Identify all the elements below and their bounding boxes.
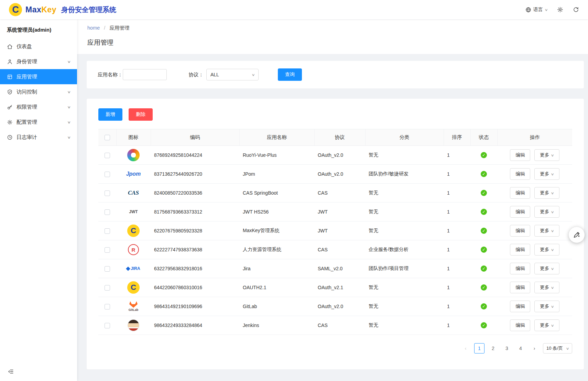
table-row: GitLab 986431492190109696 GitLab OAuth_v… [98, 297, 572, 316]
applications-table: 图标 编码 应用名称 协议 分类 排序 状态 操作 87689249258 [98, 129, 572, 335]
topbar-actions: 语言 ∨ [525, 7, 579, 13]
more-label: 更多 [540, 209, 549, 214]
collapse-sidebar-button[interactable] [0, 362, 77, 381]
status-enabled-icon: ✓ [481, 303, 487, 309]
edit-button[interactable]: 编辑 [510, 187, 530, 199]
search-button[interactable]: 查询 [278, 68, 302, 81]
sidebar-item-identity[interactable]: 身份管理 ∨ [0, 54, 77, 69]
app-code: 632279563832918016 [151, 259, 239, 278]
protocol-select[interactable]: ALL ∨ [206, 69, 259, 80]
column-header-code: 编码 [151, 129, 239, 146]
jenkins-logo [128, 319, 139, 331]
row-checkbox[interactable] [105, 247, 110, 253]
more-label: 更多 [540, 266, 549, 271]
app-name: JPom [239, 165, 314, 184]
app-sort: 1 [444, 165, 470, 184]
more-button[interactable]: 更多∨ [534, 149, 559, 161]
more-button[interactable]: 更多∨ [534, 225, 559, 237]
sidebar-menu: 仪表盘 身份管理 ∨ 应用管理 访问控制 ∨ 权限管理 ∨ [0, 39, 77, 145]
edit-button[interactable]: 编辑 [510, 206, 530, 218]
page-button-1[interactable]: 1 [474, 343, 484, 353]
select-all-checkbox[interactable] [105, 135, 110, 140]
filter-panel: 应用名称： 协议： ALL ∨ 查询 [87, 61, 584, 88]
globe-icon [525, 7, 531, 13]
more-button[interactable]: 更多∨ [534, 206, 559, 218]
sidebar-item-configuration[interactable]: 配置管理 ∨ [0, 115, 77, 130]
row-checkbox[interactable] [105, 323, 110, 328]
row-checkbox[interactable] [105, 266, 110, 272]
more-label: 更多 [540, 171, 549, 176]
app-category: 企业服务/数据分析 [365, 240, 444, 259]
sidebar-item-label: 应用管理 [17, 74, 37, 80]
edit-button[interactable]: 编辑 [510, 168, 530, 180]
sidebar-item-label: 身份管理 [17, 58, 37, 65]
sidebar-item-applications[interactable]: 应用管理 [0, 69, 77, 84]
chevron-down-icon: ∨ [551, 172, 554, 176]
settings-button[interactable] [557, 7, 563, 13]
edit-button[interactable]: 编辑 [510, 263, 530, 274]
more-button[interactable]: 更多∨ [534, 282, 559, 293]
floating-tool-button[interactable] [569, 227, 585, 243]
app-category: 暂无 [365, 297, 444, 316]
app-code: 986432249333284864 [151, 316, 239, 335]
more-button[interactable]: 更多∨ [534, 244, 559, 255]
breadcrumb-home-link[interactable]: home [87, 25, 100, 31]
app-name-input[interactable] [123, 69, 167, 80]
app-name: CAS SpringBoot [239, 184, 314, 203]
row-checkbox[interactable] [105, 228, 110, 234]
more-button[interactable]: 更多∨ [534, 319, 559, 331]
next-page-button[interactable]: › [529, 343, 540, 353]
logout-button[interactable] [573, 7, 579, 13]
edit-button[interactable]: 编辑 [510, 225, 530, 237]
edit-button[interactable]: 编辑 [510, 319, 530, 331]
chevron-down-icon: ∨ [67, 60, 71, 64]
table-row: Jpom 837136275440926720 JPom OAuth_v2.0 … [98, 165, 572, 184]
row-checkbox[interactable] [105, 172, 110, 177]
edit-button[interactable]: 编辑 [510, 244, 530, 255]
delete-button[interactable]: 删除 [129, 108, 153, 121]
more-button[interactable]: 更多∨ [534, 168, 559, 180]
more-button[interactable]: 更多∨ [534, 187, 559, 199]
more-button[interactable]: 更多∨ [534, 301, 559, 312]
row-checkbox[interactable] [105, 304, 110, 309]
app-sort: 1 [444, 316, 470, 335]
row-checkbox[interactable] [105, 285, 110, 291]
language-switcher[interactable]: 语言 ∨ [525, 7, 547, 13]
app-protocol: CAS [314, 316, 365, 335]
page-button-4[interactable]: 4 [515, 343, 526, 353]
edit-button[interactable]: 编辑 [510, 149, 530, 161]
chevron-down-icon: ∨ [551, 229, 554, 233]
home-icon [7, 44, 13, 50]
page-size-select[interactable]: 10 条/页 ∨ [543, 343, 572, 353]
sidebar-item-permissions[interactable]: 权限管理 ∨ [0, 99, 77, 115]
row-checkbox[interactable] [105, 153, 110, 158]
edit-button[interactable]: 编辑 [510, 301, 530, 312]
maxkey-app-logo: C [127, 225, 140, 237]
sidebar-item-label: 访问控制 [17, 89, 37, 95]
status-enabled-icon: ✓ [481, 171, 487, 177]
more-button[interactable]: 更多∨ [534, 263, 559, 274]
app-category: 暂无 [365, 203, 444, 221]
sidebar-item-audit-log[interactable]: 日志审计 ∨ [0, 130, 77, 145]
table-row: 876892492581044224 RuoYi-Vue-Plus OAuth_… [98, 146, 572, 165]
pen-tool-icon [573, 231, 580, 239]
app-sort: 1 [444, 297, 470, 316]
table-row: JWT 817568793663373312 JWT HS256 JWT 暂无 … [98, 203, 572, 221]
sidebar-item-dashboard[interactable]: 仪表盘 [0, 39, 77, 54]
menu-fold-icon [8, 368, 14, 375]
page-button-3[interactable]: 3 [502, 343, 512, 353]
page-button-2[interactable]: 2 [488, 343, 498, 353]
row-checkbox[interactable] [105, 190, 110, 196]
breadcrumb-current: 应用管理 [109, 25, 129, 31]
add-button[interactable]: 新增 [98, 108, 122, 121]
sidebar-item-access-control[interactable]: 访问控制 ∨ [0, 84, 77, 99]
table-row: 986432249333284864 Jenkins CAS 暂无 1 ✓ 编辑… [98, 316, 572, 335]
page-size-value: 10 条/页 [546, 345, 563, 351]
brand-name-key: Key [41, 5, 56, 14]
main-layout: 系统管理员(admin) 仪表盘 身份管理 ∨ 应用管理 访问控制 ∨ [0, 19, 588, 381]
edit-button[interactable]: 编辑 [510, 282, 530, 293]
previous-page-button[interactable]: ‹ [460, 343, 471, 353]
maxkey-app-logo: C [127, 281, 140, 294]
app-code: 644220607860310016 [151, 278, 239, 297]
row-checkbox[interactable] [105, 209, 110, 215]
